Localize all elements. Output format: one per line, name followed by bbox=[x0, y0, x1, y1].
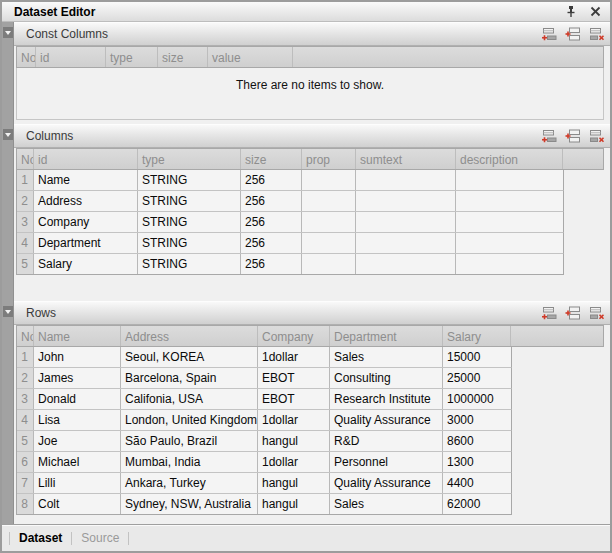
data-cell[interactable]: Lisa bbox=[34, 410, 121, 430]
data-cell[interactable]: Michael bbox=[34, 452, 121, 472]
data-cell[interactable] bbox=[456, 191, 563, 211]
delete-item-button[interactable] bbox=[588, 306, 605, 321]
tab-source[interactable]: Source bbox=[81, 531, 119, 545]
data-cell[interactable]: 25000 bbox=[443, 368, 511, 388]
data-cell[interactable]: STRING bbox=[138, 170, 241, 190]
data-cell[interactable]: hangul bbox=[258, 473, 330, 493]
close-icon[interactable] bbox=[588, 5, 602, 19]
column-header[interactable]: size bbox=[241, 149, 302, 169]
data-cell[interactable]: R&D bbox=[330, 431, 443, 451]
data-cell[interactable]: 256 bbox=[241, 233, 302, 253]
data-cell[interactable]: Sydney, NSW, Australia bbox=[121, 494, 258, 514]
data-cell[interactable]: London, United Kingdom bbox=[121, 410, 258, 430]
row-number-cell[interactable]: 1 bbox=[17, 347, 34, 367]
data-cell[interactable]: Mumbai, India bbox=[121, 452, 258, 472]
data-cell[interactable]: Quality Assurance bbox=[330, 410, 443, 430]
insert-item-button[interactable] bbox=[564, 129, 581, 144]
column-header[interactable]: prop bbox=[302, 149, 356, 169]
data-cell[interactable]: 15000 bbox=[443, 347, 511, 367]
data-cell[interactable]: STRING bbox=[138, 212, 241, 232]
column-header[interactable]: Company bbox=[258, 326, 330, 346]
row-number-cell[interactable]: 6 bbox=[17, 452, 34, 472]
data-cell[interactable]: 1dollar bbox=[258, 347, 330, 367]
collapse-arrow-icon[interactable] bbox=[3, 27, 13, 38]
row-number-cell[interactable]: 4 bbox=[17, 233, 34, 253]
data-cell[interactable]: EBOT bbox=[258, 368, 330, 388]
data-cell[interactable]: Sales bbox=[330, 494, 443, 514]
column-header[interactable]: No bbox=[17, 47, 36, 67]
row-number-cell[interactable]: 4 bbox=[17, 410, 34, 430]
data-cell[interactable]: 1000000 bbox=[443, 389, 511, 409]
row-number-cell[interactable]: 7 bbox=[17, 473, 34, 493]
data-cell[interactable]: 4400 bbox=[443, 473, 511, 493]
data-cell[interactable]: James bbox=[34, 368, 121, 388]
data-cell[interactable] bbox=[356, 212, 456, 232]
data-cell[interactable]: STRING bbox=[138, 233, 241, 253]
data-cell[interactable]: hangul bbox=[258, 494, 330, 514]
row-number-cell[interactable]: 8 bbox=[17, 494, 34, 514]
tab-dataset[interactable]: Dataset bbox=[19, 531, 62, 545]
data-cell[interactable] bbox=[356, 191, 456, 211]
data-cell[interactable]: EBOT bbox=[258, 389, 330, 409]
column-header[interactable]: type bbox=[106, 47, 158, 67]
column-header[interactable]: id bbox=[34, 149, 138, 169]
data-cell[interactable] bbox=[302, 233, 356, 253]
data-cell[interactable]: 1300 bbox=[443, 452, 511, 472]
column-header[interactable]: size bbox=[158, 47, 208, 67]
column-header[interactable]: description bbox=[456, 149, 563, 169]
data-cell[interactable]: STRING bbox=[138, 254, 241, 274]
data-cell[interactable]: John bbox=[34, 347, 121, 367]
data-cell[interactable] bbox=[356, 170, 456, 190]
data-cell[interactable] bbox=[456, 212, 563, 232]
data-cell[interactable]: Barcelona, Spain bbox=[121, 368, 258, 388]
data-cell[interactable]: Consulting bbox=[330, 368, 443, 388]
column-header[interactable]: Address bbox=[121, 326, 258, 346]
delete-item-button[interactable] bbox=[588, 27, 605, 42]
add-item-button[interactable] bbox=[540, 129, 557, 144]
column-header[interactable]: Department bbox=[330, 326, 443, 346]
data-cell[interactable]: STRING bbox=[138, 191, 241, 211]
data-cell[interactable]: São Paulo, Brazil bbox=[121, 431, 258, 451]
collapse-arrow-icon[interactable] bbox=[3, 129, 13, 140]
data-cell[interactable] bbox=[456, 254, 563, 274]
data-cell[interactable]: Califonia, USA bbox=[121, 389, 258, 409]
data-cell[interactable] bbox=[302, 212, 356, 232]
column-header[interactable]: No bbox=[17, 149, 34, 169]
data-cell[interactable]: Department bbox=[34, 233, 138, 253]
data-cell[interactable]: Seoul, KOREA bbox=[121, 347, 258, 367]
data-cell[interactable]: Joe bbox=[34, 431, 121, 451]
column-header[interactable]: Salary bbox=[443, 326, 511, 346]
data-cell[interactable]: Name bbox=[34, 170, 138, 190]
add-item-button[interactable] bbox=[540, 27, 557, 42]
row-number-cell[interactable]: 5 bbox=[17, 431, 34, 451]
column-header[interactable]: value bbox=[208, 47, 293, 67]
data-cell[interactable]: 256 bbox=[241, 170, 302, 190]
data-cell[interactable]: Colt bbox=[34, 494, 121, 514]
data-cell[interactable]: 62000 bbox=[443, 494, 511, 514]
row-number-cell[interactable]: 3 bbox=[17, 212, 34, 232]
data-cell[interactable] bbox=[456, 233, 563, 253]
add-item-button[interactable] bbox=[540, 306, 557, 321]
data-cell[interactable]: Donald bbox=[34, 389, 121, 409]
data-cell[interactable]: 1dollar bbox=[258, 452, 330, 472]
column-header[interactable]: No bbox=[17, 326, 34, 346]
data-cell[interactable]: hangul bbox=[258, 431, 330, 451]
data-cell[interactable] bbox=[356, 233, 456, 253]
data-cell[interactable]: Company bbox=[34, 212, 138, 232]
column-header[interactable]: id bbox=[36, 47, 106, 67]
row-number-cell[interactable]: 1 bbox=[17, 170, 34, 190]
collapse-arrow-icon[interactable] bbox=[3, 306, 13, 317]
data-cell[interactable] bbox=[356, 254, 456, 274]
column-header[interactable]: type bbox=[138, 149, 241, 169]
data-cell[interactable] bbox=[456, 170, 563, 190]
data-cell[interactable]: 256 bbox=[241, 191, 302, 211]
data-cell[interactable]: Lilli bbox=[34, 473, 121, 493]
data-cell[interactable]: 256 bbox=[241, 212, 302, 232]
data-cell[interactable]: 256 bbox=[241, 254, 302, 274]
row-number-cell[interactable]: 2 bbox=[17, 191, 34, 211]
data-cell[interactable] bbox=[302, 254, 356, 274]
data-cell[interactable]: Address bbox=[34, 191, 138, 211]
column-header[interactable]: Name bbox=[34, 326, 121, 346]
data-cell[interactable]: 1dollar bbox=[258, 410, 330, 430]
row-number-cell[interactable]: 3 bbox=[17, 389, 34, 409]
